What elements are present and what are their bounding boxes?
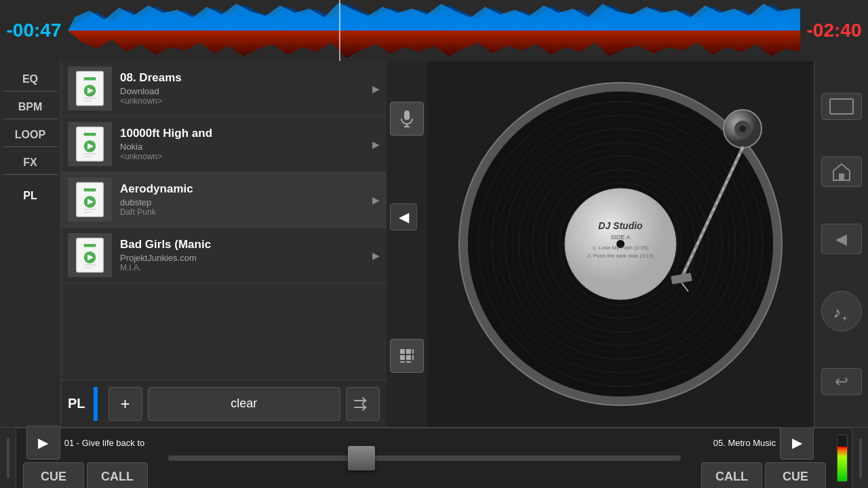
track-arrow-icon: ▶ — [372, 139, 380, 150]
deck-right-play-button[interactable]: ▶ — [780, 426, 814, 460]
track-thumbnail — [68, 178, 112, 222]
crossfader-thumb[interactable] — [348, 446, 375, 470]
waveform-canvas[interactable] — [68, 0, 800, 61]
fx-button[interactable]: FX — [3, 151, 58, 175]
eq-button[interactable]: EQ — [3, 68, 58, 92]
crossfader-track[interactable] — [168, 455, 681, 461]
track-artist: dubstep — [120, 197, 367, 207]
playlist-controls: PL + clear — [61, 380, 387, 427]
track-thumbnail — [68, 122, 112, 166]
track-title: 10000ft High and — [120, 127, 367, 140]
track-thumbnail — [68, 66, 112, 110]
track-item[interactable]: 08. Dreams Download <unknown> ▶ — [61, 61, 387, 117]
track-title: 08. Dreams — [120, 71, 367, 85]
deck-left-top: ▶ 01 - Give life back to — [26, 426, 145, 460]
undo-button[interactable]: ↩ — [821, 368, 862, 395]
deck-left-cue-button[interactable]: CUE — [23, 462, 84, 488]
loop-button[interactable]: LOOP — [3, 123, 58, 147]
svg-marker-13 — [84, 188, 96, 191]
svg-rect-31 — [406, 355, 411, 360]
svg-text:2. Push the dark side (3:15): 2. Push the dark side (3:15) — [587, 253, 654, 259]
volume-fill — [837, 447, 847, 481]
waveform-bar: -00:47 -02:40 — [0, 0, 868, 61]
track-list: 08. Dreams Download <unknown> ▶ — [61, 61, 387, 380]
mic-button[interactable] — [390, 102, 424, 136]
track-info: Bad Girls (Manic ProjektJunkies.com M.I.… — [120, 238, 367, 272]
deck-left-track-name: 01 - Give life back to — [64, 438, 145, 448]
crossfader-area — [155, 455, 694, 461]
track-arrow-icon: ▶ — [372, 195, 380, 205]
svg-rect-65 — [839, 174, 844, 180]
svg-rect-27 — [400, 349, 405, 354]
deck-right-cue-button[interactable]: CUE — [765, 462, 826, 488]
svg-rect-30 — [400, 355, 405, 360]
track-album: M.I.A. — [120, 263, 367, 272]
svg-rect-32 — [412, 355, 414, 360]
track-album: Daft Punk — [120, 207, 367, 217]
svg-text:♪: ♪ — [833, 304, 841, 321]
turntable-area: DJ Studio SIDE A 1. Lose My Faith (2:35)… — [427, 61, 814, 427]
house-button[interactable] — [821, 157, 862, 187]
bottom-bar: ▶ 01 - Give life back to CUE CALL 05. Me… — [0, 427, 868, 488]
playlist-area: 08. Dreams Download <unknown> ▶ — [61, 61, 387, 427]
left-side-handle — [0, 428, 16, 488]
music-library-button[interactable]: ♪ + — [821, 291, 862, 331]
playlist-shuffle-button[interactable] — [346, 387, 380, 421]
svg-text:DJ Studio: DJ Studio — [598, 220, 643, 231]
right-panel: ◀ ♪ + ↩ — [814, 61, 868, 427]
track-artist: ProjektJunkies.com — [120, 253, 367, 263]
pl-button[interactable]: PL — [3, 179, 58, 207]
track-arrow-icon: ▶ — [372, 250, 380, 261]
track-info: 08. Dreams Download <unknown> — [120, 71, 367, 106]
deck-left-play-button[interactable]: ▶ — [26, 426, 60, 460]
playlist-clear-button[interactable]: clear — [148, 387, 340, 421]
track-item[interactable]: Bad Girls (Manic ProjektJunkies.com M.I.… — [61, 228, 387, 283]
left-arrow-button[interactable]: ◀ — [821, 224, 862, 254]
playhead — [339, 0, 340, 61]
screen-rect-button[interactable] — [821, 93, 862, 120]
left-panel: EQ BPM LOOP FX PL — [0, 61, 61, 427]
deck-left-controls: CUE CALL — [23, 462, 148, 488]
svg-text:+: + — [842, 314, 847, 321]
deck-right: 05. Metro Music ▶ CALL CUE — [694, 422, 833, 488]
pl-label: PL — [68, 396, 85, 411]
track-item[interactable]: Aerodynamic dubstep Daft Punk ▶ — [61, 172, 387, 228]
playlist-add-button[interactable]: + — [108, 387, 142, 421]
main-area: EQ BPM LOOP FX PL 08. Dr — [0, 61, 868, 427]
grid-view-button[interactable] — [390, 339, 424, 373]
svg-rect-28 — [406, 349, 411, 354]
track-title: Bad Girls (Manic — [120, 238, 367, 251]
track-info: 10000ft High and Nokia <unknown> — [120, 127, 367, 161]
center-panel: ◀ — [387, 61, 427, 427]
deck-right-top: 05. Metro Music ▶ — [713, 426, 814, 460]
track-album: <unknown> — [120, 96, 367, 106]
right-side-handle — [852, 428, 868, 488]
track-info: Aerodynamic dubstep Daft Punk — [120, 182, 367, 217]
svg-text:1. Lose My Faith (2:35): 1. Lose My Faith (2:35) — [593, 245, 649, 251]
deck-right-call-button[interactable]: CALL — [701, 462, 762, 488]
svg-marker-1 — [84, 77, 96, 80]
svg-point-58 — [739, 125, 746, 132]
deck-left: ▶ 01 - Give life back to CUE CALL — [16, 422, 155, 488]
turntable: DJ Studio SIDE A 1. Lose My Faith (2:35)… — [458, 81, 783, 407]
track-arrow-icon: ▶ — [372, 83, 380, 94]
bpm-button[interactable]: BPM — [3, 96, 58, 119]
track-item[interactable]: 10000ft High and Nokia <unknown> ▶ — [61, 117, 387, 172]
track-album: <unknown> — [120, 152, 367, 161]
track-thumbnail — [68, 233, 112, 277]
pl-active-indicator — [94, 387, 98, 421]
svg-rect-33 — [400, 361, 405, 363]
volume-meter — [837, 434, 848, 482]
svg-text:SIDE A: SIDE A — [610, 234, 630, 241]
deck-left-call-button[interactable]: CALL — [87, 462, 148, 488]
track-artist: Nokia — [120, 142, 367, 152]
svg-rect-29 — [412, 349, 414, 354]
back-arrow-button[interactable]: ◀ — [390, 203, 417, 230]
svg-rect-34 — [406, 361, 411, 363]
svg-rect-24 — [404, 110, 410, 120]
waveform-red-bottom — [68, 30, 800, 61]
track-title: Aerodynamic — [120, 182, 367, 196]
deck-right-track-name: 05. Metro Music — [713, 438, 776, 448]
time-right: -02:40 — [800, 20, 868, 41]
deck-right-controls: CALL CUE — [701, 462, 826, 488]
